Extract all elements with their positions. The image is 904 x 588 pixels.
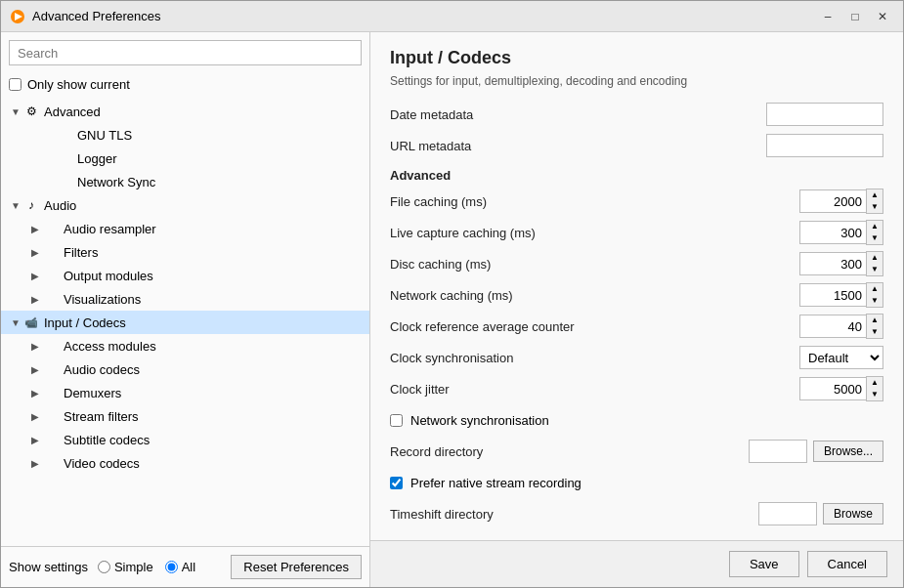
tree-item-input-codecs[interactable]: ▼ 📹 Input / Codecs [1,311,369,334]
tree-label-filters: Filters [64,245,98,260]
codecs-icon: 📹 [22,316,40,329]
network-caching-down[interactable]: ▼ [867,295,882,307]
prefer-native-stream-checkbox[interactable] [390,477,403,489]
record-directory-label: Record directory [390,444,749,459]
live-capture-row: Live capture caching (ms) ▲ ▼ [390,220,883,245]
radio-simple-input[interactable] [98,561,110,573]
content-area: Only show current ▼ ⚙ Advanced GNU TLS [1,32,903,587]
clock-jitter-spin-btns: ▲ ▼ [866,376,883,401]
titlebar: Advanced Preferences – □ ✕ [1,1,903,32]
file-caching-down[interactable]: ▼ [867,201,882,213]
clock-ref-avg-spin-btns: ▲ ▼ [866,314,883,339]
disc-caching-label: Disc caching (ms) [390,257,799,272]
tree-item-access-modules[interactable]: ▶ Access modules [1,334,369,357]
bottom-bar: Show settings Simple All Reset Preferenc… [1,546,369,587]
tree-item-visualizations[interactable]: ▶ Visualizations [1,287,369,311]
radio-simple-label: Simple [114,560,153,574]
live-capture-spinner: ▲ ▼ [799,220,883,245]
network-caching-input[interactable] [799,283,866,307]
disc-caching-up[interactable]: ▲ [867,252,882,264]
tree-item-audio-resampler[interactable]: ▶ Audio resampler [1,217,369,240]
disc-caching-input[interactable] [799,252,866,275]
tree-item-advanced[interactable]: ▼ ⚙ Advanced [1,100,369,123]
cancel-button[interactable]: Cancel [807,551,887,577]
tree-label-stream-filters: Stream filters [64,409,139,424]
timeshift-directory-row: Timeshift directory Browse [390,501,883,526]
radio-all[interactable]: All [165,560,195,574]
tree-item-audio[interactable]: ▼ ♪ Audio [1,193,369,217]
search-input[interactable] [9,40,362,65]
arrow-filters: ▶ [28,247,42,258]
tree-label-video-codecs: Video codecs [64,456,140,471]
tree-item-gnu-tls[interactable]: GNU TLS [1,123,369,147]
arrow-stream-filters: ▶ [28,411,42,422]
maximize-button[interactable]: □ [842,6,868,27]
tree-item-logger[interactable]: Logger [1,147,369,170]
radio-simple[interactable]: Simple [98,560,153,574]
tree-item-subtitle-codecs[interactable]: ▶ Subtitle codecs [1,428,369,451]
minimize-button[interactable]: – [815,6,840,27]
network-sync-checkbox[interactable] [390,414,403,427]
arrow-advanced: ▼ [9,106,22,117]
file-caching-input[interactable] [799,189,866,213]
arrow-audio: ▼ [9,200,22,211]
arrow-input-codecs: ▼ [9,317,22,328]
tree-item-output-modules[interactable]: ▶ Output modules [1,264,369,287]
disc-caching-spinner: ▲ ▼ [799,251,883,276]
reset-preferences-button[interactable]: Reset Preferences [231,555,362,579]
clock-ref-avg-up[interactable]: ▲ [867,315,882,326]
clock-jitter-down[interactable]: ▼ [867,389,882,400]
tree-item-stream-filters[interactable]: ▶ Stream filters [1,404,369,428]
record-directory-browse-button[interactable]: Browse... [813,441,883,462]
tree-item-filters[interactable]: ▶ Filters [1,240,369,264]
url-metadata-label: URL metadata [390,139,766,153]
clock-jitter-input[interactable] [799,377,866,400]
url-metadata-row: URL metadata [390,133,883,158]
clock-jitter-row: Clock jitter ▲ ▼ [390,376,883,401]
tree-item-network-sync[interactable]: Network Sync [1,170,369,193]
live-capture-down[interactable]: ▼ [867,232,882,244]
url-metadata-input[interactable] [766,134,883,157]
only-show-current-checkbox[interactable] [9,78,22,91]
radio-group: Simple All [98,560,231,574]
right-panel: Input / Codecs Settings for input, demul… [370,32,903,587]
clock-jitter-up[interactable]: ▲ [867,377,882,389]
network-caching-up[interactable]: ▲ [867,283,882,295]
clock-sync-select[interactable]: Default VLC None [799,346,883,369]
tree-label-gnu-tls: GNU TLS [77,128,132,143]
clock-ref-avg-input[interactable] [799,315,866,338]
clock-ref-avg-down[interactable]: ▼ [867,326,882,338]
timeshift-directory-input[interactable] [758,502,817,525]
tree-container: ▼ ⚙ Advanced GNU TLS Logger Ne [1,96,369,546]
save-button[interactable]: Save [729,551,799,577]
clock-jitter-spinner: ▲ ▼ [799,376,883,401]
tree-label-audio-codecs: Audio codecs [64,362,140,377]
tree-label-advanced: Advanced [44,105,101,119]
tree-item-audio-codecs[interactable]: ▶ Audio codecs [1,357,369,381]
network-caching-label: Network caching (ms) [390,288,799,303]
clock-ref-avg-row: Clock reference average counter ▲ ▼ [390,314,883,339]
clock-ref-avg-label: Clock reference average counter [390,319,799,334]
tree-item-demuxers[interactable]: ▶ Demuxers [1,381,369,404]
window-title: Advanced Preferences [32,9,815,23]
tree-label-network-sync: Network Sync [77,175,155,189]
gear-icon: ⚙ [22,105,40,118]
disc-caching-down[interactable]: ▼ [867,264,882,275]
close-button[interactable]: ✕ [870,6,895,27]
clock-ref-avg-spinner: ▲ ▼ [799,314,883,339]
clock-sync-label: Clock synchronisation [390,351,799,365]
tree-item-video-codecs[interactable]: ▶ Video codecs [1,451,369,475]
date-metadata-input[interactable] [766,103,883,126]
radio-all-input[interactable] [165,561,178,573]
tree-label-access-modules: Access modules [64,339,156,354]
record-directory-input[interactable] [749,440,807,463]
live-capture-input[interactable] [799,221,866,244]
prefer-native-stream-row: Prefer native stream recording [390,470,883,495]
live-capture-up[interactable]: ▲ [867,221,882,232]
left-panel: Only show current ▼ ⚙ Advanced GNU TLS [1,32,370,587]
radio-all-label: All [182,560,195,574]
file-caching-row: File caching (ms) ▲ ▼ [390,189,883,214]
arrow-audio-codecs: ▶ [28,364,42,375]
timeshift-directory-browse-button[interactable]: Browse [823,503,883,525]
file-caching-up[interactable]: ▲ [867,189,882,201]
